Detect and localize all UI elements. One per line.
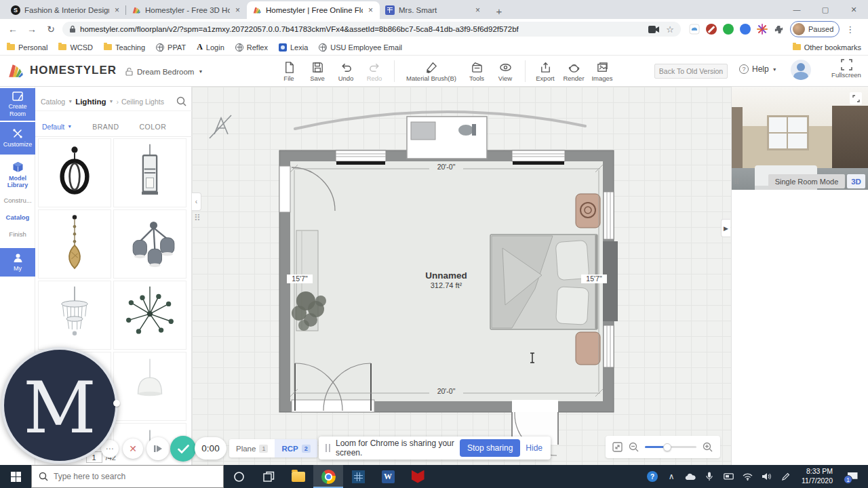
adblock-icon[interactable] [706, 24, 717, 35]
zoom-slider[interactable] [645, 446, 696, 448]
user-avatar[interactable] [791, 60, 811, 80]
sidebar-item-model-library[interactable]: Model Library [0, 159, 35, 191]
help-menu[interactable]: ? Help ▼ [739, 64, 777, 74]
catalog-item-ring-pendant[interactable] [38, 138, 111, 207]
render-button[interactable]: Render [559, 58, 588, 82]
pen-icon[interactable] [777, 465, 793, 488]
bookmark-lexia[interactable]: Lexia [279, 43, 308, 52]
loom-finish-button[interactable] [170, 436, 196, 462]
action-center-button[interactable]: 1 [841, 465, 864, 488]
window-right-lower[interactable] [604, 325, 614, 367]
cortana-button[interactable] [224, 465, 254, 488]
zoom-in-icon[interactable] [703, 442, 713, 452]
material-brush-button[interactable]: Material Brush(B) [400, 58, 462, 82]
tab-color[interactable]: COLOR [139, 123, 166, 131]
zoom-slider-knob[interactable] [663, 443, 671, 451]
sidebar-item-finish[interactable]: Finish [0, 228, 35, 240]
tab-homestyler-floorplan[interactable]: Homestyler | Free Online Floor Pl × [247, 1, 380, 19]
camera-share-icon[interactable] [648, 26, 659, 33]
sidebar-item-my[interactable]: My [0, 248, 35, 277]
nightstand-top[interactable] [576, 194, 600, 228]
grid-app-button[interactable] [343, 465, 373, 488]
bookmark-teaching[interactable]: Teaching [104, 43, 145, 52]
sidebar-item-create-room[interactable]: Create Room [0, 88, 35, 121]
breadcrumb-root[interactable]: Catalog [41, 98, 65, 106]
reload-icon[interactable]: ↻ [43, 24, 58, 35]
catalog-item-white-pendant[interactable] [113, 352, 186, 421]
file-explorer-button[interactable] [283, 465, 313, 488]
tab-plane[interactable]: Plane 1 [229, 439, 275, 458]
bookmark-reflex[interactable]: Reflex [235, 43, 268, 52]
project-name-menu[interactable]: Dream Bedroom ▼ [125, 67, 203, 76]
word-button[interactable]: W [373, 465, 403, 488]
grammarly-icon[interactable] [723, 24, 734, 35]
preview-drag-handle-icon[interactable]: ⠿ [734, 178, 739, 186]
search-icon[interactable] [176, 96, 186, 106]
bookmark-login[interactable]: ALogin [197, 42, 224, 52]
fit-to-screen-icon[interactable] [612, 442, 623, 452]
chrome-button[interactable] [313, 465, 343, 488]
microphone-icon[interactable] [701, 465, 717, 488]
loom-play-button[interactable] [146, 437, 170, 460]
loom-cancel-button[interactable]: ✕ [123, 439, 143, 459]
window-top-left[interactable] [336, 150, 386, 165]
catalog-item-three-shade-chandelier[interactable] [113, 209, 186, 279]
expand-panel-right-button[interactable]: ▶ [721, 219, 730, 237]
tab-schoology[interactable]: S Fashion & Interior Design | Schoo × [5, 1, 126, 19]
breadcrumb-subcategory[interactable]: Ceiling Lights [121, 98, 164, 106]
taskbar-clock[interactable]: 8:33 PM 11/7/2020 [796, 467, 838, 485]
hidden-icons-chevron[interactable]: ∧ [663, 465, 679, 488]
task-view-button[interactable] [254, 465, 283, 488]
tab-close-icon[interactable]: × [367, 5, 374, 15]
webcam-resize-handle[interactable] [113, 400, 120, 407]
browser-menu-icon[interactable]: ⋮ [846, 24, 854, 35]
preview-expand-icon[interactable] [850, 92, 862, 104]
volume-icon[interactable] [758, 465, 774, 488]
collapse-panel-left-button[interactable]: ‹ [192, 192, 201, 211]
bookmark-usu-email[interactable]: USU Employee Email [319, 43, 402, 52]
hide-button[interactable]: Hide [526, 443, 544, 453]
url-field[interactable]: homestyler.com/floorplan/v2/?spm=a1zmxy.… [62, 22, 681, 37]
undo-button[interactable]: Undo [332, 58, 360, 82]
bookmark-star-icon[interactable]: ☆ [666, 24, 674, 35]
zoom-out-icon[interactable] [629, 442, 639, 452]
wifi-icon[interactable] [739, 465, 755, 488]
save-button[interactable]: Save [303, 58, 332, 82]
window-top-right[interactable] [512, 150, 565, 165]
drag-handle-icon[interactable]: ⠿ [194, 213, 201, 223]
nightstand-bottom[interactable] [576, 332, 600, 365]
other-bookmarks[interactable]: Other bookmarks [793, 43, 861, 52]
blue-app-icon[interactable] [740, 24, 751, 35]
back-icon[interactable]: ← [5, 24, 20, 35]
file-button[interactable]: File [275, 58, 303, 82]
fullscreen-button[interactable]: Fullscreen [829, 59, 864, 79]
room-label[interactable]: Unnamed 312.74 ft² [425, 270, 467, 289]
single-room-mode-button[interactable]: Single Room Mode [768, 174, 845, 188]
tab-rcp[interactable]: RCP 2 [275, 439, 317, 458]
colorful-star-icon[interactable] [757, 24, 768, 35]
extensions-puzzle-icon[interactable] [774, 24, 784, 35]
breadcrumb-category[interactable]: Lighting [75, 98, 106, 106]
search-input[interactable] [54, 472, 203, 481]
help-tray-icon[interactable]: ? [644, 465, 660, 488]
profile-pill[interactable]: Paused [790, 21, 840, 37]
close-button[interactable]: ✕ [840, 0, 868, 19]
view-button[interactable]: View [491, 58, 519, 82]
sort-dropdown[interactable]: Default▼ [42, 123, 72, 131]
catalog-item-crystal-chandelier[interactable] [38, 281, 111, 350]
tab-close-icon[interactable]: × [234, 5, 241, 15]
catalog-item-lantern-pendant[interactable] [113, 138, 186, 207]
tab-mrs-smart[interactable]: Mrs. Smart × [380, 1, 487, 19]
display-icon[interactable] [720, 465, 736, 488]
sidebar-item-construction[interactable]: Constru... [0, 194, 35, 206]
desk[interactable] [407, 117, 487, 159]
bookmark-wcsd[interactable]: WCSD [58, 43, 93, 52]
mcafee-button[interactable] [403, 465, 433, 488]
tab-brand[interactable]: BRAND [92, 123, 119, 131]
sidebar-item-customize[interactable]: Customize [0, 122, 35, 155]
catalog-item-teardrop-pendant[interactable] [38, 209, 111, 279]
drag-handle-icon[interactable] [326, 444, 330, 452]
tools-button[interactable]: Tools [462, 58, 491, 82]
tab-close-icon[interactable]: × [113, 5, 121, 15]
maximize-button[interactable]: ▢ [811, 0, 840, 19]
